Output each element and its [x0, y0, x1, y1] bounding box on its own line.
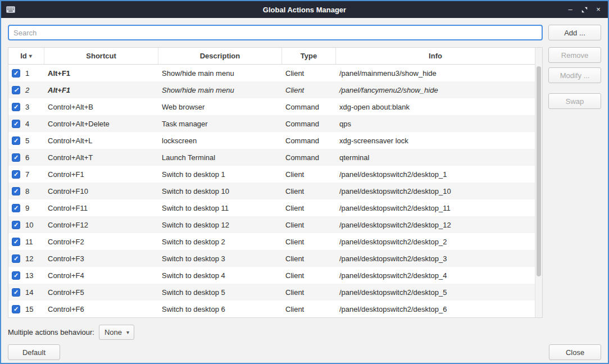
- scrollbar-thumb[interactable]: [537, 66, 541, 276]
- column-header-description[interactable]: Description: [158, 48, 282, 64]
- table-row[interactable]: ✓8Control+F10Switch to desktop 10Client/…: [8, 183, 535, 199]
- row-shortcut: Control+F1: [44, 166, 158, 183]
- row-id: 6: [25, 153, 29, 162]
- row-checkbox-checked[interactable]: ✓: [12, 305, 20, 313]
- row-type: Client: [282, 81, 336, 98]
- table-row[interactable]: ✓7Control+F1Switch to desktop 1Client/pa…: [8, 166, 535, 183]
- swap-button[interactable]: Swap: [548, 93, 601, 109]
- row-type: Client: [282, 183, 336, 199]
- minimize-button[interactable]: –: [565, 4, 575, 15]
- table-row[interactable]: ✓5Control+Alt+LlockscreenCommandxdg-scre…: [8, 132, 535, 149]
- row-info: /panel/desktopswitch2/desktop_11: [336, 199, 535, 216]
- table-row[interactable]: ✓4Control+Alt+DeleteTask managerCommandq…: [8, 115, 535, 132]
- add-button[interactable]: Add ...: [548, 25, 601, 40]
- row-checkbox-checked[interactable]: ✓: [12, 187, 20, 195]
- row-description: Switch to desktop 1: [158, 166, 282, 183]
- row-type: Client: [282, 267, 336, 284]
- table-body: ✓1Alt+F1Show/hide main menuClient/panel/…: [8, 65, 535, 317]
- check-icon: ✓: [13, 154, 19, 161]
- table-row[interactable]: ✓1Alt+F1Show/hide main menuClient/panel/…: [8, 65, 535, 81]
- table-row[interactable]: ✓11Control+F2Switch to desktop 2Client/p…: [8, 233, 535, 250]
- row-info: /panel/desktopswitch2/desktop_3: [336, 250, 535, 267]
- check-icon: ✓: [13, 306, 19, 312]
- row-shortcut: Alt+F1: [44, 81, 158, 98]
- row-checkbox-checked[interactable]: ✓: [12, 153, 20, 162]
- vertical-scrollbar[interactable]: [535, 48, 542, 317]
- row-shortcut: Control+F2: [44, 233, 158, 250]
- search-input[interactable]: [8, 25, 543, 40]
- table-row[interactable]: ✓12Control+F3Switch to desktop 3Client/p…: [8, 250, 535, 267]
- sort-arrow-icon: ▾: [29, 53, 32, 59]
- table-main: Id ▾ Shortcut Description Type: [8, 48, 535, 317]
- chevron-down-icon: ▾: [126, 329, 129, 335]
- restore-button[interactable]: [579, 4, 589, 15]
- row-type: Client: [282, 250, 336, 267]
- remove-button[interactable]: Remove: [548, 47, 601, 63]
- check-icon: ✓: [13, 188, 19, 194]
- close-button[interactable]: ×: [593, 4, 603, 15]
- row-checkbox-checked[interactable]: ✓: [12, 204, 20, 212]
- row-info: /panel/mainmenu3/show_hide: [336, 65, 535, 81]
- check-icon: ✓: [13, 289, 19, 295]
- dropdown-value: None: [104, 328, 122, 336]
- table-row[interactable]: ✓9Control+F11Switch to desktop 11Client/…: [8, 199, 535, 216]
- default-button[interactable]: Default: [8, 344, 60, 360]
- row-type: Client: [282, 216, 336, 233]
- row-shortcut: Control+F11: [44, 199, 158, 216]
- table-row[interactable]: ✓13Control+F4Switch to desktop 4Client/p…: [8, 267, 535, 284]
- row-checkbox-checked[interactable]: ✓: [12, 170, 20, 179]
- row-info: /panel/desktopswitch2/desktop_1: [336, 166, 535, 183]
- row-id: 7: [25, 170, 29, 179]
- table-row[interactable]: ✓14Control+F5Switch to desktop 5Client/p…: [8, 284, 535, 301]
- row-shortcut: Control+F6: [44, 301, 158, 317]
- column-header-id[interactable]: Id ▾: [8, 48, 44, 64]
- row-id: 2: [25, 86, 29, 94]
- table-row[interactable]: ✓15Control+F6Switch to desktop 6Client/p…: [8, 301, 535, 317]
- row-shortcut: Control+Alt+L: [44, 132, 158, 149]
- row-checkbox-checked[interactable]: ✓: [12, 221, 20, 229]
- row-id-cell: ✓8: [8, 183, 44, 199]
- row-shortcut: Control+F10: [44, 183, 158, 199]
- row-checkbox-checked[interactable]: ✓: [12, 69, 20, 78]
- row-checkbox-checked[interactable]: ✓: [12, 86, 20, 94]
- table-row[interactable]: ✓6Control+Alt+TLaunch TerminalCommandqte…: [8, 149, 535, 166]
- row-description: Web browser: [158, 98, 282, 115]
- row-type: Client: [282, 65, 336, 81]
- row-type: Command: [282, 132, 336, 149]
- row-info: /panel/desktopswitch2/desktop_5: [336, 284, 535, 301]
- table-row[interactable]: ✓10Control+F12Switch to desktop 12Client…: [8, 216, 535, 233]
- row-id-cell: ✓13: [8, 267, 44, 284]
- row-id: 10: [25, 221, 33, 229]
- row-checkbox-checked[interactable]: ✓: [12, 254, 20, 263]
- column-header-info[interactable]: Info: [336, 48, 535, 64]
- row-info: xdg-screensaver lock: [336, 132, 535, 149]
- multiple-actions-row: Multiple actions behaviour: None ▾: [8, 325, 601, 340]
- row-id-cell: ✓7: [8, 166, 44, 183]
- row-checkbox-checked[interactable]: ✓: [12, 271, 20, 280]
- column-header-type[interactable]: Type: [282, 48, 336, 64]
- modify-button[interactable]: Modify ...: [548, 67, 601, 83]
- row-id-cell: ✓15: [8, 301, 44, 317]
- column-header-shortcut[interactable]: Shortcut: [44, 48, 158, 64]
- row-checkbox-checked[interactable]: ✓: [12, 120, 20, 128]
- table-row[interactable]: ✓2Alt+F1Show/hide main menuClient/panel/…: [8, 81, 535, 98]
- multiple-actions-dropdown[interactable]: None ▾: [99, 325, 134, 340]
- row-checkbox-checked[interactable]: ✓: [12, 288, 20, 297]
- search-row: Add ...: [8, 25, 601, 40]
- table-header: Id ▾ Shortcut Description Type: [8, 48, 535, 65]
- row-id: 15: [25, 305, 33, 313]
- close-dialog-button[interactable]: Close: [549, 344, 601, 360]
- row-info: /panel/desktopswitch2/desktop_12: [336, 216, 535, 233]
- shortcuts-table: Id ▾ Shortcut Description Type: [8, 47, 543, 318]
- table-row[interactable]: ✓3Control+Alt+BWeb browserCommandxdg-ope…: [8, 98, 535, 115]
- row-checkbox-checked[interactable]: ✓: [12, 238, 20, 246]
- row-id: 11: [25, 238, 33, 246]
- row-checkbox-checked[interactable]: ✓: [12, 136, 20, 145]
- check-icon: ✓: [13, 104, 19, 110]
- column-header-label: Description: [200, 52, 240, 60]
- row-id-cell: ✓4: [8, 115, 44, 132]
- row-id: 8: [25, 187, 29, 195]
- row-checkbox-checked[interactable]: ✓: [12, 103, 20, 111]
- row-id: 12: [25, 254, 33, 263]
- row-type: Client: [282, 199, 336, 216]
